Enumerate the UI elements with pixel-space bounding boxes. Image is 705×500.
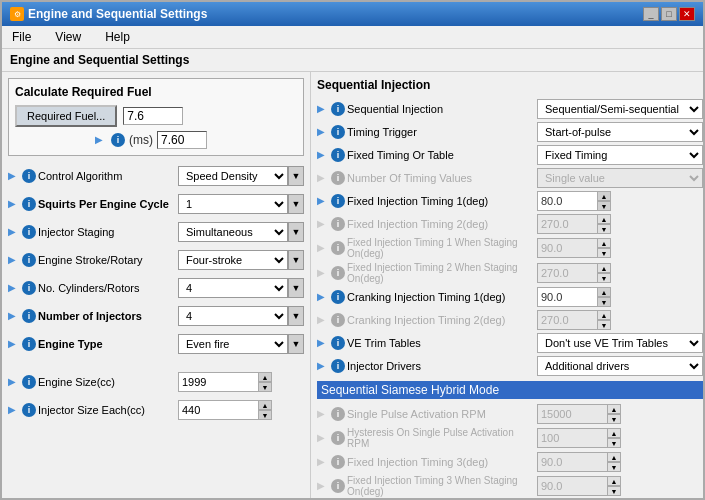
timing-trigger-dropdown-arrow[interactable]: ▼ <box>702 122 703 142</box>
fixed-inj-timing1-icons: ▶ i Fixed Injection Timing 1(deg) <box>317 194 537 208</box>
injector-size-input[interactable] <box>178 400 258 420</box>
injector-drivers-dropdown-arrow[interactable]: ▼ <box>702 356 703 376</box>
engine-type-select[interactable]: Even fire <box>178 334 288 354</box>
ms-row: ▶ i (ms) <box>95 131 297 149</box>
injector-drivers-select[interactable]: Additional drivers <box>537 356 702 376</box>
engine-stroke-dropdown-arrow[interactable]: ▼ <box>288 250 304 270</box>
maximize-button[interactable]: □ <box>661 7 677 21</box>
fixed-inj-timing2-spinner: ▲ ▼ <box>597 214 611 234</box>
ve-trim-label: VE Trim Tables <box>347 337 537 349</box>
engine-size-down[interactable]: ▼ <box>258 382 272 392</box>
injector-size-control: ▲ ▼ <box>178 400 272 420</box>
seq-injection-arrow[interactable]: ▶ <box>317 103 329 115</box>
seq-injection-dropdown-arrow[interactable]: ▼ <box>702 99 703 119</box>
engine-stroke-control: Four-stroke ▼ <box>178 250 304 270</box>
seq-injection-icons: ▶ i Sequential Injection <box>317 102 537 116</box>
num-injectors-row: ▶ i Number of Injectors 4 ▼ <box>8 304 304 328</box>
cranking-inj-timing1-arrow[interactable]: ▶ <box>317 291 329 303</box>
ve-trim-control: Don't use VE Trim Tables ▼ <box>537 333 703 353</box>
num-injectors-dropdown-arrow[interactable]: ▼ <box>288 306 304 326</box>
fixed-inj-timing1-staging-row: ▶ i Fixed Injection Timing 1 When Stagin… <box>317 237 703 259</box>
cranking-inj-timing1-label: Cranking Injection Timing 1(deg) <box>347 291 537 303</box>
fixed-inj-timing3-staging-icons: ▶ i Fixed Injection Timing 3 When Stagin… <box>317 475 537 497</box>
injector-drivers-label: Injector Drivers <box>347 360 537 372</box>
injector-staging-select[interactable]: Simultaneous <box>178 222 288 242</box>
fixed-inj-timing1-arrow[interactable]: ▶ <box>317 195 329 207</box>
injector-size-arrow[interactable]: ▶ <box>8 404 20 416</box>
injector-drivers-control: Additional drivers ▼ <box>537 356 703 376</box>
fixed-inj-timing3-down: ▼ <box>607 462 621 472</box>
required-fuel-input[interactable] <box>123 107 183 125</box>
fixed-inj-timing3-staging-spinner: ▲ ▼ <box>607 476 621 496</box>
ms-value-input[interactable] <box>157 131 207 149</box>
injector-size-down[interactable]: ▼ <box>258 410 272 420</box>
timing-trigger-select[interactable]: Start-of-pulse <box>537 122 702 142</box>
cranking-inj-timing1-down[interactable]: ▼ <box>597 297 611 307</box>
num-timing-dropdown-arrow: ▼ <box>702 168 703 188</box>
num-injectors-arrow[interactable]: ▶ <box>8 310 20 322</box>
engine-type-arrow[interactable]: ▶ <box>8 338 20 350</box>
injector-staging-arrow[interactable]: ▶ <box>8 226 20 238</box>
engine-size-up[interactable]: ▲ <box>258 372 272 382</box>
close-button[interactable]: ✕ <box>679 7 695 21</box>
cranking-inj-timing2-spinner: ▲ ▼ <box>597 310 611 330</box>
num-injectors-icons: ▶ i Number of Injectors <box>8 309 178 323</box>
cylinders-dropdown-arrow[interactable]: ▼ <box>288 278 304 298</box>
seq-injection-select[interactable]: Sequential/Semi-sequential <box>537 99 702 119</box>
engine-type-dropdown-arrow[interactable]: ▼ <box>288 334 304 354</box>
squirts-select[interactable]: 1 <box>178 194 288 214</box>
fixed-timing-dropdown-arrow[interactable]: ▼ <box>702 145 703 165</box>
cylinders-arrow[interactable]: ▶ <box>8 282 20 294</box>
ve-trim-arrow[interactable]: ▶ <box>317 337 329 349</box>
engine-size-input[interactable] <box>178 372 258 392</box>
fixed-timing-arrow[interactable]: ▶ <box>317 149 329 161</box>
num-injectors-select[interactable]: 4 <box>178 306 288 326</box>
control-algorithm-select[interactable]: Speed Density <box>178 166 288 186</box>
required-fuel-button[interactable]: Required Fuel... <box>15 105 117 127</box>
ve-trim-select[interactable]: Don't use VE Trim Tables <box>537 333 702 353</box>
single-pulse-rpm-down: ▼ <box>607 414 621 424</box>
fixed-inj-timing3-icons: ▶ i Fixed Injection Timing 3(deg) <box>317 455 537 469</box>
ms-info-icon: i <box>111 133 125 147</box>
injector-drivers-arrow[interactable]: ▶ <box>317 360 329 372</box>
window-controls: _ □ ✕ <box>643 7 695 21</box>
cylinders-label: No. Cylinders/Rotors <box>38 282 178 294</box>
control-algorithm-dropdown-arrow[interactable]: ▼ <box>288 166 304 186</box>
menu-file[interactable]: File <box>6 28 37 46</box>
engine-stroke-row: ▶ i Engine Stroke/Rotary Four-stroke ▼ <box>8 248 304 272</box>
squirts-arrow[interactable]: ▶ <box>8 198 20 210</box>
seq-siamese-row[interactable]: Sequential Siamese Hybrid Mode <box>317 381 703 399</box>
cylinders-select[interactable]: 4 <box>178 278 288 298</box>
num-timing-select: Single value <box>537 168 702 188</box>
injector-staging-dropdown-arrow[interactable]: ▼ <box>288 222 304 242</box>
fixed-inj-timing1-spinner: ▲ ▼ <box>597 191 611 211</box>
timing-trigger-arrow[interactable]: ▶ <box>317 126 329 138</box>
cranking-inj-timing1-up[interactable]: ▲ <box>597 287 611 297</box>
fixed-inj-timing1-up[interactable]: ▲ <box>597 191 611 201</box>
fixed-inj-timing1-down[interactable]: ▼ <box>597 201 611 211</box>
squirts-dropdown-arrow[interactable]: ▼ <box>288 194 304 214</box>
minimize-button[interactable]: _ <box>643 7 659 21</box>
fixed-inj-timing3-staging-arrow: ▶ <box>317 480 329 492</box>
engine-stroke-arrow[interactable]: ▶ <box>8 254 20 266</box>
menu-help[interactable]: Help <box>99 28 136 46</box>
fixed-inj-timing2-up: ▲ <box>597 214 611 224</box>
fixed-inj-timing3-input <box>537 452 607 472</box>
injector-size-up[interactable]: ▲ <box>258 400 272 410</box>
cranking-inj-timing1-input[interactable] <box>537 287 597 307</box>
cranking-inj-timing2-label: Cranking Injection Timing 2(deg) <box>347 314 537 326</box>
engine-stroke-select[interactable]: Four-stroke <box>178 250 288 270</box>
cranking-inj-timing1-row: ▶ i Cranking Injection Timing 1(deg) ▲ ▼ <box>317 287 703 307</box>
fixed-inj-timing2-staging-icons: ▶ i Fixed Injection Timing 2 When Stagin… <box>317 262 537 284</box>
engine-size-arrow[interactable]: ▶ <box>8 376 20 388</box>
fixed-timing-select[interactable]: Fixed Timing <box>537 145 702 165</box>
right-panel: Sequential Injection ▶ i Sequential Inje… <box>311 72 703 498</box>
control-algorithm-icons: ▶ i Control Algorithm <box>8 169 178 183</box>
fixed-inj-timing1-input[interactable] <box>537 191 597 211</box>
ve-trim-dropdown-arrow[interactable]: ▼ <box>702 333 703 353</box>
cranking-inj-timing2-arrow: ▶ <box>317 314 329 326</box>
single-pulse-rpm-label: Single Pulse Activation RPM <box>347 408 537 420</box>
control-algorithm-arrow[interactable]: ▶ <box>8 170 20 182</box>
menu-view[interactable]: View <box>49 28 87 46</box>
fixed-inj-timing2-staging-down: ▼ <box>597 273 611 283</box>
